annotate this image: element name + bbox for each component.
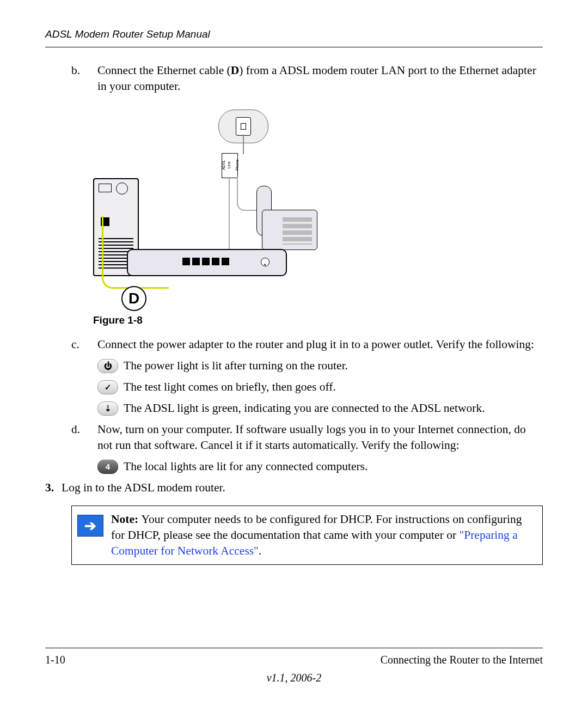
status-bullet-text: The power light is lit after turning on … — [124, 358, 543, 374]
label-d-circle: D — [121, 286, 146, 311]
step-b: b. Connect the Ethernet cable (D) from a… — [45, 63, 543, 94]
figure-1-8: ADSL Line Phone D Figure 1-8 — [93, 109, 543, 327]
telephone-icon — [256, 186, 322, 251]
status-bullet-text: The test light comes on briefly, then go… — [124, 379, 543, 395]
step-d-text: Now, turn on your computer. If software … — [97, 422, 543, 453]
footer-version: v1.1, 2006-2 — [45, 671, 543, 685]
footer-section-title: Connecting the Router to the Internet — [381, 653, 543, 667]
page-footer: 1-10 Connecting the Router to the Intern… — [45, 648, 543, 685]
status-bullet: 4The local lights are lit for any connec… — [97, 459, 543, 474]
note-body: Note: Your computer needs to be configur… — [111, 512, 535, 559]
page-header: ADSL Modem Router Setup Manual — [45, 27, 543, 47]
arrow-note-icon: ➔ — [77, 515, 103, 537]
note-label: Note: — [111, 513, 142, 526]
step-d-marker: d. — [71, 422, 97, 437]
status-bullet: ⇣The ADSL light is green, indicating you… — [97, 400, 543, 416]
port4-icon: 4 — [97, 460, 118, 474]
check-icon: ✓ — [97, 380, 118, 394]
status-bullet-text: The local lights are lit for any connect… — [124, 459, 543, 474]
figure-caption: Figure 1-8 — [93, 313, 543, 327]
status-bullet: ✓The test light comes on briefly, then g… — [97, 379, 543, 395]
footer-page-number: 1-10 — [45, 653, 65, 667]
step-c: c. Connect the power adapter to the rout… — [45, 337, 543, 352]
adsl-icon: ⇣ — [97, 401, 118, 416]
figure-illustration: ADSL Line Phone D — [93, 109, 338, 306]
status-bullet-text: The ADSL light is green, indicating you … — [124, 400, 543, 416]
step-b-marker: b. — [71, 63, 97, 78]
step-b-text: Connect the Ethernet cable (D) from a AD… — [97, 63, 543, 94]
step-d: d. Now, turn on your computer. If softwa… — [45, 422, 543, 453]
power-icon: ⏻ — [97, 359, 118, 373]
step-3: 3. Log in to the ADSL modem router. — [45, 480, 543, 496]
step-3-text: Log in to the ADSL modem router. — [62, 480, 225, 496]
step-3-marker: 3. — [45, 480, 62, 496]
page-content: b. Connect the Ethernet cable (D) from a… — [45, 63, 543, 565]
manual-title: ADSL Modem Router Setup Manual — [45, 28, 210, 40]
splitter-icon: ADSL Line Phone — [222, 153, 238, 178]
wall-jack-icon — [236, 117, 251, 136]
step-c-marker: c. — [71, 337, 97, 352]
step-c-text: Connect the power adapter to the router … — [97, 337, 534, 352]
router-icon — [127, 249, 287, 276]
note-text-2: . — [259, 544, 261, 557]
note-box: ➔ Note: Your computer needs to be config… — [71, 506, 543, 565]
status-bullet: ⏻The power light is lit after turning on… — [97, 358, 543, 374]
